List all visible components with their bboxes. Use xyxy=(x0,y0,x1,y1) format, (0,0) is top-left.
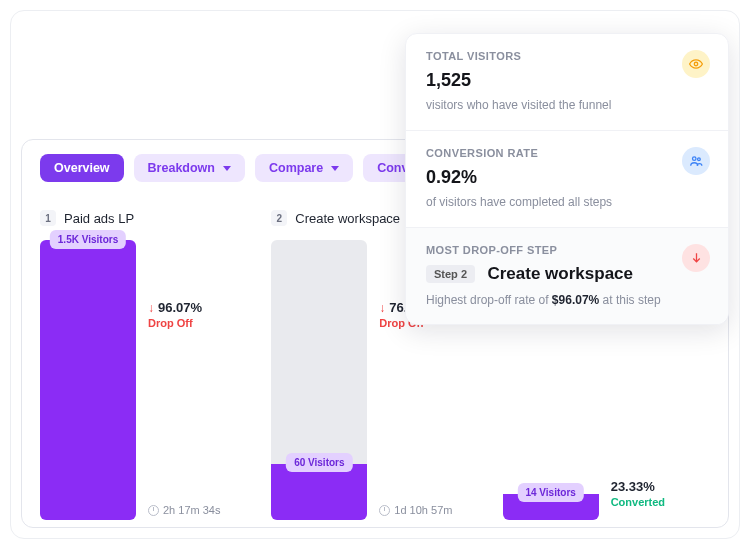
chevron-down-icon xyxy=(331,166,339,171)
summary-stats-card: TOTAL VISITORS 1,525 visitors who have v… xyxy=(405,33,729,325)
stat-subtext: Highest drop-off rate of $96.07% at this… xyxy=(426,292,708,309)
stat-title: MOST DROP-OFF STEP xyxy=(426,244,708,256)
eye-icon xyxy=(682,50,710,78)
clock-icon xyxy=(379,505,390,516)
time-value: 2h 17m 34s xyxy=(163,504,220,516)
tab-compare-label: Compare xyxy=(269,161,323,175)
stat-subtext: of visitors have completed all steps xyxy=(426,194,708,211)
arrow-down-icon xyxy=(682,244,710,272)
visitors-pill: 14 Visitors xyxy=(517,483,583,502)
stat-value: 1,525 xyxy=(426,70,708,91)
svg-point-1 xyxy=(693,157,697,161)
funnel-step-1: 1 Paid ads LP 1.5K Visitors ↓96.07% Drop… xyxy=(40,210,247,520)
chevron-down-icon xyxy=(223,166,231,171)
dropoff-step-name: Create workspace xyxy=(487,264,633,283)
time-value: 1d 10h 57m xyxy=(394,504,452,516)
converted-percent: 23.33% xyxy=(611,479,710,494)
stat-conversion-rate: CONVERSION RATE 0.92% of visitors have c… xyxy=(406,131,728,228)
step-bar: 60 Visitors xyxy=(271,240,367,520)
converted-label: Converted xyxy=(611,496,710,508)
users-icon xyxy=(682,147,710,175)
dropoff-label: Drop Off xyxy=(148,317,247,329)
arrow-down-icon: ↓ xyxy=(148,301,154,315)
clock-icon xyxy=(148,505,159,516)
stat-most-dropoff: MOST DROP-OFF STEP Step 2 Create workspa… xyxy=(406,228,728,325)
stat-subtext: visitors who have visited the funnel xyxy=(426,97,708,114)
tab-overview[interactable]: Overview xyxy=(40,154,124,182)
stat-total-visitors: TOTAL VISITORS 1,525 visitors who have v… xyxy=(406,34,728,131)
step-number-badge: 2 xyxy=(271,210,287,226)
svg-point-2 xyxy=(698,158,701,161)
arrow-down-icon: ↓ xyxy=(379,301,385,315)
dropoff-percent: 96.07% xyxy=(158,300,202,315)
step-header: 1 Paid ads LP xyxy=(40,210,247,226)
app-frame: Overview Breakdown Compare Conversion Ti… xyxy=(10,10,740,539)
svg-point-0 xyxy=(694,62,698,66)
tab-breakdown-label: Breakdown xyxy=(148,161,215,175)
step-name: Paid ads LP xyxy=(64,211,134,226)
time-metric: 1d 10h 57m xyxy=(379,504,478,516)
step-name: Create workspace xyxy=(295,211,400,226)
time-metric: 2h 17m 34s xyxy=(148,504,247,516)
stat-title: TOTAL VISITORS xyxy=(426,50,708,62)
dropoff-step-chip: Step 2 xyxy=(426,265,475,283)
stat-value: 0.92% xyxy=(426,167,708,188)
tab-breakdown[interactable]: Breakdown xyxy=(134,154,245,182)
visitors-pill: 60 Visitors xyxy=(286,453,352,472)
converted-metric: 23.33% Converted xyxy=(611,479,710,508)
tab-compare[interactable]: Compare xyxy=(255,154,353,182)
stat-title: CONVERSION RATE xyxy=(426,147,708,159)
visitors-pill: 1.5K Visitors xyxy=(50,230,126,249)
step-bar: 1.5K Visitors xyxy=(40,240,136,520)
step-number-badge: 1 xyxy=(40,210,56,226)
dropoff-metric: ↓96.07% Drop Off xyxy=(148,300,247,329)
